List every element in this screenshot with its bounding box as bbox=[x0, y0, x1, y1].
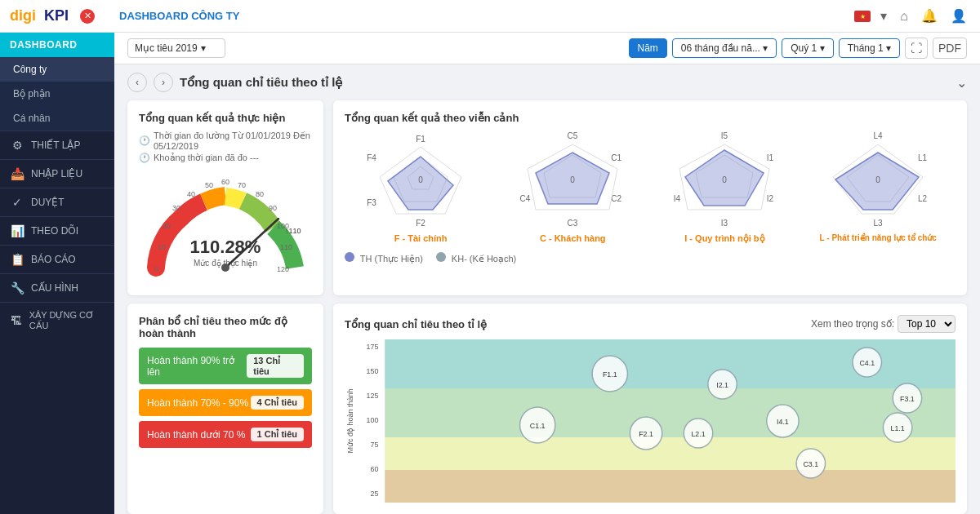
gauge-value: 110.28% bbox=[190, 237, 261, 257]
report-icon: 📋 bbox=[10, 253, 24, 266]
dropdown-btn[interactable]: ▾ bbox=[877, 7, 890, 25]
pdf-button[interactable]: PDF bbox=[933, 38, 967, 59]
svg-text:F3.1: F3.1 bbox=[900, 395, 915, 403]
period-halfyear-button[interactable]: 06 tháng đầu nă... ▾ bbox=[672, 38, 777, 58]
top-row: Tổng quan kết quả thực hiện 🕐 Thời gian … bbox=[127, 100, 967, 295]
spider-f-svg: F1 F4 F3 F2 0 bbox=[363, 132, 478, 230]
goal-select-label: Mục tiêu 2019 bbox=[135, 42, 198, 54]
section-header: ‹ › Tổng quan chỉ tiêu theo tỉ lệ ⌄ bbox=[127, 73, 967, 92]
spider-label-c: C - Khách hàng bbox=[540, 233, 606, 243]
svg-text:I3: I3 bbox=[721, 219, 728, 228]
bubble-chart-svg: 175 150 125 100 75 60 25 Mức độ hoàn thà… bbox=[345, 339, 956, 503]
prev-arrow[interactable]: ‹ bbox=[127, 73, 147, 92]
logo-kpi: KPI bbox=[44, 7, 69, 24]
spider-c-svg: C5 C1 C2 C3 C4 0 bbox=[515, 132, 630, 230]
period-quarter-button[interactable]: Quý 1 ▾ bbox=[782, 38, 833, 58]
spider-item-i: I5 I1 I2 I3 I4 0 bbox=[667, 132, 782, 244]
sidebar-item-config[interactable]: 🔧 CẤU HÌNH bbox=[0, 273, 114, 302]
range-label: Khoảng thời gian đã đo --- bbox=[154, 153, 259, 163]
goal-select[interactable]: Mục tiêu 2019 ▾ bbox=[127, 38, 225, 58]
user-button[interactable]: 👤 bbox=[947, 7, 970, 25]
sidebar-item-approve[interactable]: ✓ DUYỆT bbox=[0, 188, 114, 216]
sidebar-item-structure[interactable]: 🏗 XÂY DỰNG CƠ CẤU bbox=[0, 302, 114, 339]
sidebar-approve-label: DUYỆT bbox=[31, 197, 65, 208]
dist-item-low: Hoàn thành dưới 70 % 1 Chỉ tiêu bbox=[139, 421, 312, 448]
period-controls: Năm 06 tháng đầu nă... ▾ Quý 1 ▾ Tháng 1… bbox=[629, 38, 968, 59]
svg-text:C4.1: C4.1 bbox=[859, 359, 875, 367]
sidebar-item-input[interactable]: 📥 NHẬP LIỆU bbox=[0, 159, 114, 188]
fullscreen-button[interactable]: ⛶ bbox=[905, 38, 928, 59]
svg-text:10: 10 bbox=[158, 243, 166, 251]
legend-gray-dot bbox=[436, 252, 446, 262]
spider-item-f: F1 F4 F3 F2 0 bbox=[363, 132, 478, 244]
dist-item-mid: Hoàn thành 70% - 90% 4 Chỉ tiêu bbox=[139, 389, 312, 416]
svg-text:100: 100 bbox=[367, 416, 379, 424]
gauge-panel: Tổng quan kết quả thực hiện 🕐 Thời gian … bbox=[127, 100, 323, 295]
main-layout: DASHBOARD Công ty Bộ phận Cá nhân ⚙ THIẾ… bbox=[0, 33, 980, 514]
svg-text:60: 60 bbox=[221, 178, 229, 186]
dist-label-low: Hoàn thành dưới 70 % bbox=[147, 429, 245, 441]
bubble-header: Tổng quan chỉ tiêu theo tỉ lệ Xem theo t… bbox=[345, 315, 956, 333]
svg-text:I2.1: I2.1 bbox=[716, 381, 728, 389]
period-month-button[interactable]: Tháng 1 ▾ bbox=[839, 38, 900, 58]
svg-text:C1.1: C1.1 bbox=[530, 422, 546, 430]
svg-text:60: 60 bbox=[370, 465, 378, 473]
input-icon: 📥 bbox=[10, 167, 24, 180]
spider-panel: Tổng quan kết quả theo viễn cảnh F1 F4 F… bbox=[333, 100, 967, 295]
svg-text:I1: I1 bbox=[767, 153, 774, 162]
legend-th: TH (Thực Hiện) bbox=[345, 252, 423, 264]
close-button[interactable]: ✕ bbox=[80, 9, 95, 24]
svg-text:I4.1: I4.1 bbox=[777, 418, 789, 426]
sidebar-item-track[interactable]: 📊 THEO DÕI bbox=[0, 216, 114, 245]
logo-digi: digi bbox=[10, 7, 36, 24]
sidebar-item-report[interactable]: 📋 BÁO CÁO bbox=[0, 245, 114, 273]
svg-text:0: 0 bbox=[570, 175, 575, 184]
range-info: 🕐 Khoảng thời gian đã đo --- bbox=[139, 153, 312, 163]
collapse-button[interactable]: ⌄ bbox=[956, 75, 967, 91]
dist-badge-low: 1 Chỉ tiêu bbox=[251, 428, 304, 441]
svg-text:125: 125 bbox=[367, 392, 379, 400]
dist-label-high: Hoàn thành 90% trở lên bbox=[147, 355, 247, 378]
bottom-row: Phân bổ chỉ tiêu theo mức độ hoàn thành … bbox=[127, 304, 967, 514]
svg-text:80: 80 bbox=[256, 190, 264, 198]
content-area: Mục tiêu 2019 ▾ Năm 06 tháng đầu nă... ▾… bbox=[114, 33, 980, 514]
svg-text:25: 25 bbox=[370, 490, 378, 498]
svg-text:30: 30 bbox=[172, 204, 180, 212]
legend-kh: KH- (Kế Hoạch) bbox=[436, 252, 516, 264]
sidebar-item-company[interactable]: Công ty bbox=[0, 57, 114, 82]
svg-text:L3: L3 bbox=[874, 219, 884, 228]
topbar-right: ▾ ⌂ 🔔 👤 bbox=[854, 7, 970, 25]
svg-rect-54 bbox=[385, 470, 956, 503]
svg-text:150: 150 bbox=[367, 367, 379, 375]
next-arrow[interactable]: › bbox=[154, 73, 173, 92]
svg-text:F1.1: F1.1 bbox=[603, 370, 617, 379]
gauge-svg: 110.28% Mức độ thực hiện 0 10 20 30 40 5… bbox=[140, 170, 311, 284]
sidebar-report-label: BÁO CÁO bbox=[31, 254, 76, 265]
svg-text:F2.1: F2.1 bbox=[639, 430, 653, 438]
bubble-chart-area: 175 150 125 100 75 60 25 Mức độ hoàn thà… bbox=[345, 339, 956, 503]
topbar-title: DASHBOARD CÔNG TY bbox=[119, 10, 846, 22]
sidebar-item-individual[interactable]: Cá nhân bbox=[0, 106, 114, 131]
svg-text:40: 40 bbox=[187, 190, 195, 198]
flag-icon bbox=[854, 11, 871, 22]
svg-text:70: 70 bbox=[238, 181, 246, 189]
svg-text:0: 0 bbox=[875, 175, 880, 184]
period-year-button[interactable]: Năm bbox=[629, 38, 667, 58]
svg-text:20: 20 bbox=[163, 222, 171, 230]
svg-text:75: 75 bbox=[370, 441, 378, 449]
bell-button[interactable]: 🔔 bbox=[918, 7, 941, 25]
sidebar-item-department[interactable]: Bộ phận bbox=[0, 82, 114, 106]
svg-text:90: 90 bbox=[269, 204, 277, 212]
date-info: 🕐 Thời gian đo lường Từ 01/01/2019 Đến 0… bbox=[139, 131, 312, 151]
spider-charts-row: F1 F4 F3 F2 0 bbox=[345, 132, 956, 244]
top-select-dropdown[interactable]: Top 10 Top 20 Top 5 bbox=[898, 315, 956, 333]
spider-item-l: L4 L1 L2 L3 0 L - Phát bbox=[820, 132, 937, 244]
gauge-title: Tổng quan kết quả thực hiện bbox=[139, 112, 312, 124]
svg-point-14 bbox=[221, 264, 229, 272]
svg-text:I5: I5 bbox=[721, 132, 728, 140]
dist-item-high: Hoàn thành 90% trở lên 13 Chỉ tiêu bbox=[139, 348, 312, 384]
sidebar-item-setup[interactable]: ⚙ THIẾT LẬP bbox=[0, 131, 114, 159]
home-button[interactable]: ⌂ bbox=[897, 7, 911, 25]
sidebar-dashboard-header: DASHBOARD bbox=[0, 33, 114, 57]
svg-text:I2: I2 bbox=[767, 194, 774, 203]
